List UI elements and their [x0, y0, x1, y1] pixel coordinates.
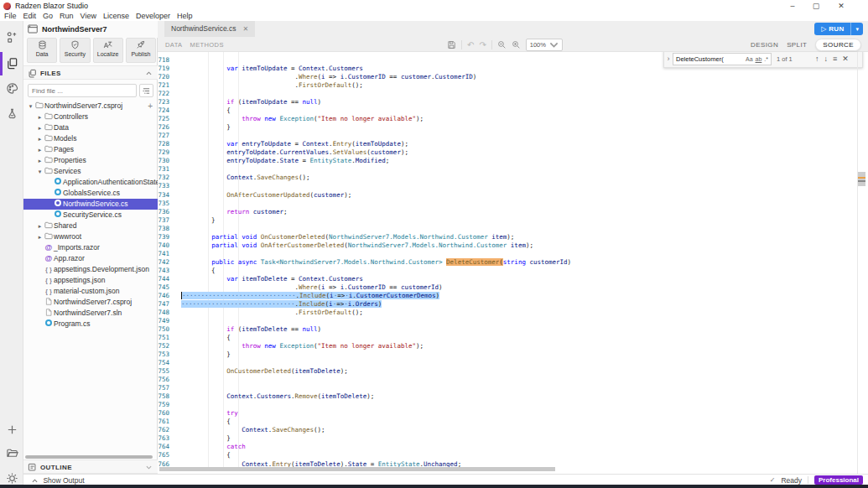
menu-item-license[interactable]: License	[103, 12, 129, 20]
code-line[interactable]: 722	[158, 90, 868, 98]
line-number[interactable]: 756	[158, 376, 181, 384]
security-button[interactable]: Security	[60, 38, 90, 63]
code-line[interactable]: 741	[158, 250, 868, 258]
close-button[interactable]: ✕	[831, 1, 851, 11]
menu-item-view[interactable]: View	[81, 12, 96, 20]
line-number[interactable]: 729	[158, 148, 181, 157]
publish-button[interactable]: Publish	[126, 38, 156, 63]
tree-item-services[interactable]: ▾Services	[23, 166, 158, 177]
code-line[interactable]: 723 if (itemToUpdate == null)	[158, 98, 868, 106]
chevron-right-icon[interactable]: ▸	[36, 144, 44, 155]
code-line[interactable]: 740 partial void OnAfterCustomerDeleted(…	[158, 241, 868, 250]
tree-item-northwindserver7-sln[interactable]: NorthwindServer7.sln	[23, 308, 158, 319]
tree-item-imports-razor[interactable]: @_Imports.razor	[23, 242, 158, 253]
code-line[interactable]: 762 Context.SaveChanges();	[158, 426, 868, 434]
line-number[interactable]: 743	[158, 267, 181, 275]
line-number[interactable]: 747	[158, 300, 181, 309]
open-folder-icon[interactable]	[6, 447, 18, 459]
code-line[interactable]: 734 OnAfterCustomerUpdated(customer);	[158, 191, 868, 200]
code-line[interactable]: 764 catch	[158, 443, 868, 451]
line-number[interactable]: 722	[158, 90, 181, 98]
code-line[interactable]: 743 {	[158, 267, 868, 275]
code-line[interactable]: 746······························.Includ…	[158, 292, 868, 300]
tree-item-app-razor[interactable]: @App.razor	[23, 253, 158, 264]
undo-icon[interactable]: ↶	[467, 40, 474, 49]
code-line[interactable]: 755 OnCustomerDeleted(itemToDelete);	[158, 367, 868, 376]
tree-item-models[interactable]: ▸Models	[23, 133, 158, 144]
redo-icon[interactable]: ↷	[479, 40, 486, 49]
code-line[interactable]: 750 if (itemToDelete == null)	[158, 325, 868, 334]
code-line[interactable]: 745 .Where(i => i.CustomerID == customer…	[158, 283, 868, 292]
save-icon[interactable]	[447, 40, 456, 49]
line-number[interactable]: 736	[158, 208, 181, 216]
horizontal-scrollbar-thumb[interactable]	[159, 467, 555, 471]
line-number[interactable]: 720	[158, 73, 181, 81]
settings-gear-icon[interactable]	[6, 472, 18, 485]
code-line[interactable]: 754	[158, 359, 868, 367]
pages-icon[interactable]	[6, 57, 18, 70]
chevron-right-icon[interactable]: ▸	[36, 155, 44, 166]
menu-item-edit[interactable]: Edit	[23, 12, 37, 20]
outline-panel-header[interactable]: OUTLINE	[23, 459, 158, 474]
line-number[interactable]: 764	[158, 443, 181, 451]
whole-word-icon[interactable]: ab	[756, 56, 762, 62]
find-expand-chevron-icon[interactable]: ›	[664, 55, 673, 63]
line-number[interactable]: 761	[158, 418, 181, 426]
vertical-scrollbar-thumb[interactable]	[858, 172, 865, 186]
line-number[interactable]: 742	[158, 258, 181, 267]
line-number[interactable]: 748	[158, 309, 181, 317]
tree-item-program-cs[interactable]: Program.cs	[23, 319, 158, 330]
find-file-input[interactable]	[28, 84, 137, 97]
line-number[interactable]: 727	[158, 132, 181, 140]
tree-item-pages[interactable]: ▸Pages	[23, 144, 158, 155]
line-number[interactable]: 760	[158, 409, 181, 418]
view-tab-design[interactable]: DESIGN	[751, 41, 778, 49]
line-number[interactable]: 750	[158, 325, 181, 334]
find-input[interactable]	[673, 55, 746, 63]
code-line[interactable]: 765 {	[158, 451, 868, 459]
tree-item-securityservice-cs[interactable]: SecurityService.cs	[23, 210, 158, 221]
chevron-up-icon[interactable]	[146, 71, 152, 75]
files-horizontal-scrollbar[interactable]	[25, 455, 153, 459]
editor-tab-methods[interactable]: METHODS	[190, 41, 224, 49]
line-number[interactable]: 758	[158, 392, 181, 401]
add-file-icon[interactable]: +	[148, 101, 153, 112]
regex-icon[interactable]: .*	[764, 56, 768, 62]
tree-item-applicationauthenticationstateprovider-c[interactable]: ApplicationAuthenticationStateProvider.c	[23, 177, 158, 188]
line-number[interactable]: 728	[158, 140, 181, 148]
code-line[interactable]: 759	[158, 401, 868, 409]
tree-item-wwwroot[interactable]: ▸wwwroot	[23, 231, 158, 242]
project-header[interactable]: NorthwindServer7	[23, 21, 158, 38]
menu-item-run[interactable]: Run	[60, 12, 74, 20]
find-next-icon[interactable]: ↓	[824, 55, 829, 63]
menu-item-go[interactable]: Go	[43, 12, 53, 20]
code-line[interactable]: 731	[158, 165, 868, 174]
line-number[interactable]: 732	[158, 174, 181, 182]
chevron-right-icon[interactable]: ▸	[36, 221, 44, 231]
line-number[interactable]: 725	[158, 115, 181, 123]
tree-item-properties[interactable]: ▸Properties	[23, 155, 158, 166]
find-in-selection-icon[interactable]: ≡	[833, 55, 837, 63]
zoom-level-dropdown[interactable]: 100%	[526, 39, 563, 51]
code-line[interactable]: 726 }	[158, 123, 868, 132]
line-number[interactable]: 739	[158, 233, 181, 241]
find-previous-icon[interactable]: ↑	[815, 55, 819, 63]
code-line[interactable]: 751 {	[158, 334, 868, 342]
line-number[interactable]: 731	[158, 165, 181, 174]
code-line[interactable]: 736 return customer;	[158, 208, 868, 216]
line-number[interactable]: 753	[158, 350, 181, 359]
line-number[interactable]: 745	[158, 283, 181, 292]
line-number[interactable]: 749	[158, 317, 181, 325]
line-number[interactable]: 730	[158, 157, 181, 165]
add-icon[interactable]	[6, 423, 18, 436]
run-dropdown-chevron-icon[interactable]: ▾	[851, 26, 863, 33]
code-line[interactable]: 728 var entryToUpdate = Context.Entry(it…	[158, 140, 868, 148]
code-line[interactable]: 739 partial void OnCustomerDeleted(North…	[158, 233, 868, 241]
line-number[interactable]: 737	[158, 216, 181, 225]
data-button[interactable]: Data	[27, 38, 57, 63]
view-tab-split[interactable]: SPLIT	[787, 41, 807, 49]
code-line[interactable]: 725 throw new Exception("Item no longer …	[158, 115, 868, 123]
code-line[interactable]: 742 public async Task<NorthwindServer7.M…	[158, 258, 868, 267]
code-line[interactable]: 752 throw new Exception("Item no longer …	[158, 342, 868, 350]
line-number[interactable]: 738	[158, 225, 181, 233]
